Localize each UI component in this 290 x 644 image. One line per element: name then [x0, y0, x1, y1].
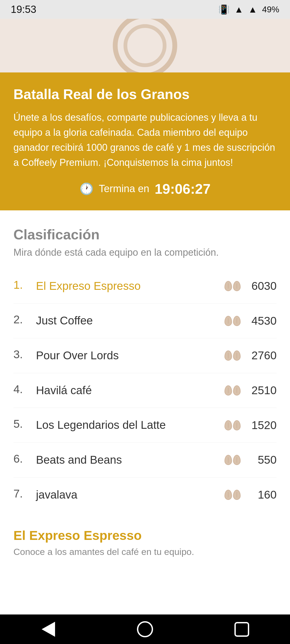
recents-icon: [234, 622, 249, 637]
item-name: El Expreso Espresso: [36, 279, 141, 294]
item-rank: 5.: [13, 418, 30, 430]
item-name: Los Legendarios del Latte: [36, 418, 166, 433]
item-rank: 6.: [13, 452, 30, 465]
banner-description: Únete a los desafíos, comparte publicaci…: [13, 110, 277, 170]
classification-section: Clasificación Mira dónde está cada equip…: [0, 210, 290, 258]
hero-circle-outer: [113, 19, 177, 72]
banner-title: Batalla Real de los Granos: [13, 86, 277, 103]
coffee-bean-icon: [224, 455, 241, 465]
team-section: El Expreso Espresso Conoce a los amantes…: [0, 512, 290, 568]
home-button[interactable]: [134, 619, 156, 640]
item-score: 2510: [244, 384, 277, 397]
hero-image: [0, 19, 290, 72]
leaderboard: 1.El Expreso Espresso60302.Just Coffee45…: [0, 269, 290, 512]
coffee-bean-icon: [224, 350, 241, 361]
leaderboard-item[interactable]: 3.Pour Over Lords2760: [13, 338, 277, 373]
status-time: 19:53: [11, 4, 36, 15]
signal-icon: ▲: [248, 4, 257, 15]
hero-circle-inner: [124, 24, 166, 67]
item-name: Just Coffee: [36, 313, 93, 328]
item-name: javalava: [36, 487, 77, 503]
leaderboard-item[interactable]: 2.Just Coffee4530: [13, 303, 277, 338]
item-name: Beats and Beans: [36, 452, 122, 468]
leaderboard-item[interactable]: 5.Los Legendarios del Latte1520: [13, 408, 277, 443]
timer-label: Termina en: [99, 183, 149, 195]
coffee-bean-icon: [224, 490, 241, 500]
item-name: Havilá café: [36, 383, 92, 398]
item-score: 160: [244, 488, 277, 501]
wifi-icon: ▲: [234, 4, 244, 15]
item-rank: 1.: [13, 279, 30, 291]
coffee-bean-icon: [224, 281, 241, 291]
battery-indicator: 49%: [262, 5, 279, 14]
status-bar: 19:53 📳 ▲ ▲ 49%: [0, 0, 290, 19]
item-name: Pour Over Lords: [36, 348, 119, 363]
item-score: 2760: [244, 349, 277, 362]
item-score: 1520: [244, 419, 277, 432]
leaderboard-item[interactable]: 7.javalava160: [13, 478, 277, 512]
event-banner: Batalla Real de los Granos Únete a los d…: [0, 72, 290, 210]
timer-value: 19:06:27: [155, 181, 211, 197]
leaderboard-item[interactable]: 6.Beats and Beans550: [13, 443, 277, 478]
team-title: El Expreso Espresso: [13, 528, 277, 543]
recents-button[interactable]: [231, 619, 252, 640]
coffee-bean-icon: [224, 420, 241, 430]
item-rank: 7.: [13, 487, 30, 500]
item-score: 550: [244, 453, 277, 466]
leaderboard-item[interactable]: 1.El Expreso Espresso6030: [13, 269, 277, 304]
nav-bar: [0, 614, 290, 644]
coffee-bean-icon: [224, 385, 241, 396]
item-score: 4530: [244, 314, 277, 327]
home-icon: [137, 621, 153, 637]
item-score: 6030: [244, 280, 277, 292]
back-button[interactable]: [38, 619, 59, 640]
coffee-bean-icon: [224, 316, 241, 326]
banner-timer: 🕐 Termina en 19:06:27: [13, 181, 277, 197]
clock-icon: 🕐: [79, 182, 93, 195]
item-rank: 2.: [13, 313, 30, 326]
classification-title: Clasificación: [13, 226, 277, 243]
leaderboard-item[interactable]: 4.Havilá café2510: [13, 373, 277, 408]
classification-subtitle: Mira dónde está cada equipo en la compet…: [13, 247, 277, 258]
back-icon: [42, 622, 55, 637]
item-rank: 4.: [13, 383, 30, 396]
item-rank: 3.: [13, 348, 30, 361]
vibrate-icon: 📳: [218, 4, 230, 15]
team-subtitle: Conoce a los amantes del café en tu equi…: [13, 547, 277, 557]
status-icons: 📳 ▲ ▲ 49%: [218, 4, 279, 15]
